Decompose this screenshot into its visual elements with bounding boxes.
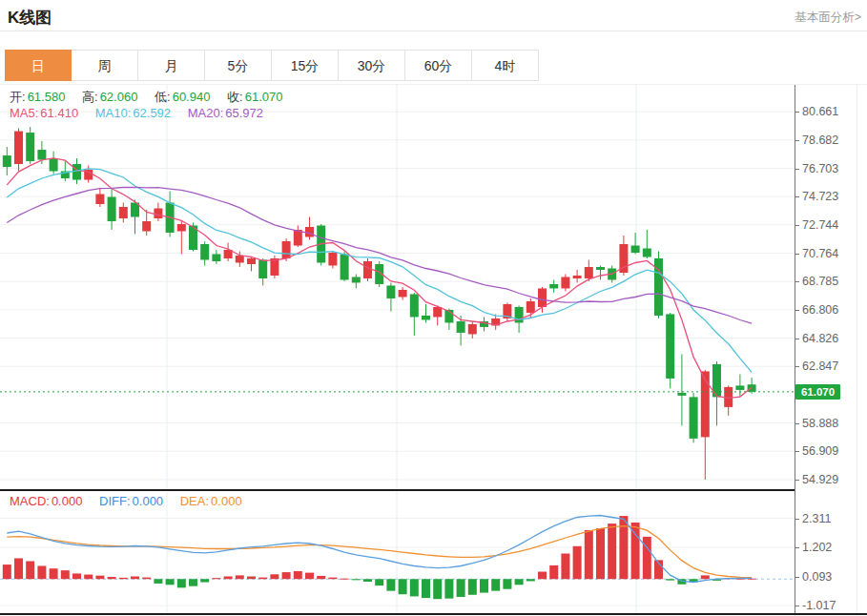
macd-bar: [561, 554, 569, 580]
y-axis-tick-mark: [795, 423, 799, 424]
y-axis-tick-label: 68.785: [802, 274, 856, 289]
macd-bar: [341, 579, 349, 580]
page-title: K线图: [8, 7, 52, 29]
y-axis-tick-mark: [795, 606, 799, 606]
candle-body: [247, 258, 256, 264]
macd-bar: [515, 579, 524, 585]
y-axis-tick-mark: [795, 366, 799, 367]
widget-bottom-border: [0, 613, 867, 615]
tab-15分[interactable]: 15分: [272, 50, 339, 81]
tab-4时[interactable]: 4时: [472, 50, 539, 81]
candle-body: [433, 307, 442, 317]
tab-30分[interactable]: 30分: [339, 50, 405, 81]
macd-bar: [189, 579, 197, 585]
macd-bar: [37, 565, 46, 579]
candle-body: [399, 290, 407, 297]
macd-bar: [50, 568, 58, 579]
macd-bar: [422, 579, 430, 598]
candle-body: [549, 284, 558, 288]
candle-body: [386, 285, 395, 298]
y-axis-tick-label: 64.826: [802, 331, 856, 346]
y-axis-tick-label: 74.723: [802, 189, 856, 204]
macd-bar: [212, 578, 220, 579]
diff-line: [7, 516, 752, 583]
macd-bar: [224, 576, 233, 579]
macd-bar: [386, 579, 395, 590]
candle-body: [538, 288, 547, 306]
candle-body: [270, 258, 279, 276]
header-divider: [0, 31, 867, 31]
y-axis-tick-label: 1.202: [802, 540, 856, 555]
y-axis-tick-label: 78.682: [802, 133, 856, 148]
diff-label: DIFF:: [99, 494, 131, 508]
y-axis-tick-label: 0.093: [802, 569, 856, 585]
tab-月[interactable]: 月: [138, 50, 205, 81]
macd-bar: [3, 565, 11, 579]
macd-bar: [480, 579, 488, 592]
macd-bar: [119, 578, 128, 579]
y-axis-tick-mark: [795, 310, 799, 311]
ma5-label: MA5:: [10, 106, 38, 120]
candle-body: [14, 132, 23, 164]
candle-body: [468, 324, 477, 334]
candle-body: [95, 195, 104, 204]
macd-bar: [433, 579, 442, 599]
candle-body: [596, 267, 605, 270]
close-label: 收:: [227, 90, 243, 104]
ma20-value: 65.972: [225, 106, 263, 120]
macd-bar: [282, 572, 291, 579]
candle-body: [410, 294, 419, 317]
tab-60分[interactable]: 60分: [405, 50, 472, 81]
macd-bar: [200, 579, 209, 582]
macd-bar: [608, 524, 616, 579]
candle-body: [352, 277, 361, 282]
current-price-badge: 61.070: [795, 384, 840, 400]
macd-bar: [491, 579, 500, 590]
candle-body: [666, 314, 674, 378]
candle-body: [526, 301, 535, 313]
candle-body: [457, 321, 465, 333]
y-axis-tick-mark: [795, 254, 799, 255]
macd-bar: [352, 579, 361, 580]
macd-legend: MACD:0.000 DIFF:0.000 DEA:0.000: [10, 494, 244, 508]
macd-canvas[interactable]: [0, 492, 795, 615]
tab-日[interactable]: 日: [5, 50, 72, 81]
macd-bar: [236, 575, 244, 579]
diff-value: 0.000: [133, 494, 164, 508]
main-chart-canvas[interactable]: [0, 85, 795, 490]
high-label: 高:: [82, 90, 98, 104]
low-label: 低:: [155, 90, 171, 104]
macd-bar: [457, 579, 465, 597]
macd-divider: [0, 489, 795, 491]
macd-bar: [573, 546, 582, 579]
macd-bar: [131, 576, 139, 579]
macd-bar: [666, 579, 674, 580]
macd-bar: [549, 565, 558, 579]
dea-value: 0.000: [211, 494, 242, 508]
ohlc-legend: 开:61.580 高:62.060 低:60.940 收:61.070: [10, 89, 284, 106]
macd-bar: [270, 574, 279, 579]
candle-body: [119, 207, 128, 218]
kline-page: K线图 基本面分析> 日周月5分15分30分60分4时 开:61.580 高:6…: [0, 0, 867, 616]
y-axis-tick-label: 54.929: [802, 472, 856, 487]
candle-body: [108, 197, 116, 221]
candle-body: [50, 158, 58, 171]
candle-body: [26, 133, 34, 161]
y-axis-tick-mark: [795, 169, 799, 170]
macd-bar: [363, 579, 372, 582]
close-value: 61.070: [245, 90, 283, 104]
macd-bar: [61, 570, 70, 579]
y-axis-tick-label: 2.311: [802, 511, 856, 526]
ma10-label: MA10:: [95, 106, 132, 120]
y-axis-tick-mark: [795, 281, 799, 282]
ma5-value: 61.410: [40, 106, 78, 120]
macd-bar: [526, 579, 535, 581]
macd-bar: [247, 576, 256, 579]
candle-body: [363, 261, 372, 278]
tab-5分[interactable]: 5分: [205, 50, 272, 81]
candle-body: [37, 150, 46, 159]
candle-body: [154, 209, 162, 218]
fundamental-analysis-link[interactable]: 基本面分析>: [795, 10, 861, 26]
y-axis-tick-label: 58.888: [802, 416, 856, 431]
tab-周[interactable]: 周: [72, 50, 138, 81]
